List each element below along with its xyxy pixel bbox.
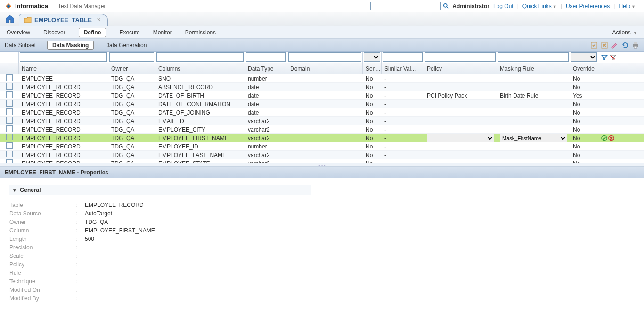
table-row[interactable]: EMPLOYEE_RECORDTDG_QAEMPLOYEE_STATEvarch… (0, 159, 644, 163)
property-row: Technique: (9, 277, 635, 286)
filter-policy[interactable] (425, 52, 496, 62)
search-icon[interactable] (443, 3, 449, 9)
property-row: Table:EMPLOYEE_RECORD (9, 201, 635, 209)
property-row: Rule: (9, 269, 635, 277)
property-label: Modified By (9, 295, 75, 302)
filter-icon[interactable] (601, 54, 608, 61)
property-label: Owner (9, 219, 75, 225)
filter-name[interactable] (20, 52, 107, 62)
table-row[interactable]: EMPLOYEE_RECORDTDG_QADATE_OF_CONFIRMATIO… (0, 100, 644, 108)
clear-filter-icon[interactable] (610, 54, 616, 61)
col-header-datatype[interactable]: Data Type (245, 63, 287, 74)
quick-links-menu[interactable]: Quick Links▼ (522, 3, 557, 9)
row-checkbox[interactable] (6, 117, 13, 124)
property-value: EMPLOYEE_RECORD (85, 202, 144, 208)
filter-similar[interactable] (383, 52, 423, 62)
refresh-icon[interactable] (621, 41, 629, 49)
property-row: Scale: (9, 252, 635, 260)
informatica-icon (5, 2, 12, 10)
property-label: Scale (9, 253, 75, 259)
current-user[interactable]: Administrator (452, 3, 489, 9)
filter-sensitive[interactable] (364, 52, 380, 62)
filter-columns[interactable] (156, 52, 244, 62)
table-row[interactable]: EMPLOYEETDG_QASNOnumberNo-No (0, 74, 644, 83)
user-preferences-link[interactable]: User Preferences (566, 3, 610, 9)
tab-permissions[interactable]: Permissions (185, 29, 216, 36)
assign-icon[interactable] (590, 41, 598, 49)
define-subtabs: Data Subset Data Masking Data Generation (0, 39, 644, 52)
edit-icon[interactable] (611, 41, 619, 49)
table-row[interactable]: EMPLOYEE_RECORDTDG_QADATE_OF_JOININGdate… (0, 108, 644, 117)
print-icon[interactable] (632, 41, 639, 49)
filter-domain[interactable] (288, 52, 361, 62)
help-menu[interactable]: Help▼ (619, 3, 636, 9)
select-all-checkbox[interactable] (3, 66, 9, 72)
table-row[interactable]: EMPLOYEE_RECORDTDG_QAEMAIL_IDvarchar2No-… (0, 117, 644, 125)
tab-monitor[interactable]: Monitor (153, 29, 172, 36)
close-icon[interactable]: ✕ (97, 17, 101, 23)
brand-name: Informatica (15, 2, 48, 9)
svg-rect-10 (634, 42, 637, 44)
col-header-sensitive[interactable]: Sen... (363, 63, 382, 74)
confirm-icon[interactable] (601, 135, 607, 141)
splitter-handle[interactable]: • • • (0, 163, 644, 167)
row-checkbox[interactable] (6, 108, 13, 115)
subtab-data-masking[interactable]: Data Masking (47, 41, 94, 50)
clear-icon[interactable] (601, 41, 608, 49)
rule-select[interactable]: Mask_FirstName (500, 134, 567, 142)
row-checkbox[interactable] (6, 134, 13, 140)
property-row: Modified By: (9, 294, 635, 303)
section-general[interactable]: ▼ General (9, 185, 311, 195)
table-row[interactable]: EMPLOYEE_RECORDTDG_QADATE_OF_BIRTHdateNo… (0, 91, 644, 100)
filter-owner[interactable] (109, 52, 154, 62)
product-name: Test Data Manager (54, 3, 106, 9)
filter-rule[interactable] (498, 52, 569, 62)
property-row: Modified On: (9, 286, 635, 294)
property-label: Length (9, 236, 75, 242)
document-tab-bar: EMPLOYEE_TABLE ✕ (0, 12, 644, 26)
policy-select[interactable] (427, 134, 494, 142)
actions-menu[interactable]: Actions ▼ (612, 29, 637, 36)
table-row[interactable]: EMPLOYEE_RECORDTDG_QAEMPLOYEE_FIRST_NAME… (0, 134, 644, 142)
table-row[interactable]: EMPLOYEE_RECORDTDG_QAEMPLOYEE_IDnumberNo… (0, 142, 644, 151)
property-row: Owner:TDG_QA (9, 218, 635, 226)
chevron-down-icon: ▼ (631, 4, 636, 9)
tab-overview[interactable]: Overview (7, 29, 30, 36)
tab-define[interactable]: Define (79, 28, 106, 37)
logout-link[interactable]: Log Out (493, 3, 514, 9)
col-header-policy[interactable]: Policy (424, 63, 497, 74)
filter-datatype[interactable] (246, 52, 286, 62)
col-header-owner[interactable]: Owner (108, 63, 155, 74)
subtab-data-generation[interactable]: Data Generation (105, 42, 147, 49)
table-row[interactable]: EMPLOYEE_RECORDTDG_QAEMPLOYEE_LAST_NAMEv… (0, 151, 644, 159)
chevron-down-icon: ▼ (553, 4, 557, 9)
row-checkbox[interactable] (6, 125, 13, 132)
table-row[interactable]: EMPLOYEE_RECORDTDG_QAABSENCE_RECORDdateN… (0, 83, 644, 91)
col-header-columns[interactable]: Columns (155, 63, 245, 74)
col-header-similar[interactable]: Similar Val... (382, 63, 424, 74)
row-checkbox[interactable] (6, 100, 13, 107)
cancel-icon[interactable] (608, 135, 614, 141)
row-checkbox[interactable] (6, 142, 13, 149)
filter-override[interactable] (571, 52, 597, 62)
document-tab[interactable]: EMPLOYEE_TABLE ✕ (19, 14, 108, 26)
table-row[interactable]: EMPLOYEE_RECORDTDG_QAEMPLOYEE_CITYvarcha… (0, 125, 644, 134)
row-checkbox[interactable] (6, 159, 13, 163)
row-checkbox[interactable] (6, 74, 13, 81)
filter-row (0, 52, 644, 63)
subtab-data-subset[interactable]: Data Subset (5, 42, 36, 49)
row-checkbox[interactable] (6, 83, 13, 90)
property-row: Precision: (9, 243, 635, 252)
svg-line-12 (611, 56, 615, 59)
row-checkbox[interactable] (6, 151, 13, 157)
global-search-input[interactable] (370, 2, 441, 10)
home-icon[interactable] (5, 14, 15, 24)
col-header-domain[interactable]: Domain (287, 63, 363, 74)
col-header-override[interactable]: Override (570, 63, 598, 74)
col-header-rule[interactable]: Masking Rule (497, 63, 570, 74)
tab-discover[interactable]: Discover (43, 29, 65, 36)
tab-execute[interactable]: Execute (119, 29, 139, 36)
col-header-name[interactable]: Name (19, 63, 108, 74)
row-checkbox[interactable] (6, 91, 13, 98)
properties-body: ▼ General Table:EMPLOYEE_RECORDData Sour… (0, 178, 644, 309)
